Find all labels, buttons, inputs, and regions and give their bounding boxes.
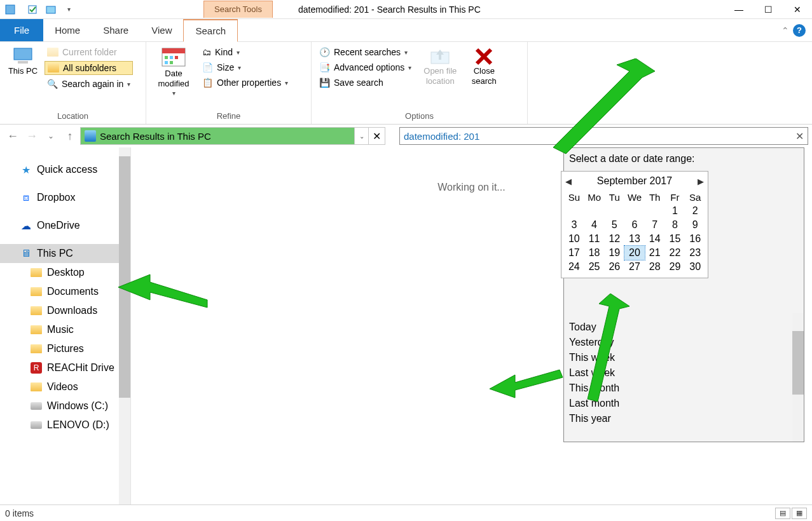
nav-this-pc[interactable]: 🖥This PC bbox=[0, 244, 130, 263]
recent-searches-button[interactable]: 🕐Recent searches▾ bbox=[317, 46, 414, 58]
minimize-button[interactable]: — bbox=[724, 0, 754, 19]
date-range-option[interactable]: This week bbox=[568, 350, 791, 365]
all-subfolders-button[interactable]: All subfolders bbox=[45, 61, 133, 75]
calendar-day[interactable]: 27 bbox=[624, 260, 645, 274]
date-range-option[interactable]: This month bbox=[568, 381, 791, 396]
size-button[interactable]: 📄Size▾ bbox=[200, 61, 291, 74]
view-icons-button[interactable]: ▦ bbox=[792, 508, 807, 519]
folder-icon bbox=[47, 48, 58, 57]
advanced-icon: 📑 bbox=[319, 62, 330, 72]
calendar-day[interactable]: 21 bbox=[645, 246, 665, 260]
this-pc-button[interactable]: This PC bbox=[5, 44, 41, 76]
calendar-day[interactable]: 24 bbox=[564, 260, 584, 274]
calendar-day[interactable]: 12 bbox=[604, 232, 624, 246]
nav-onedrive[interactable]: ☁OneDrive bbox=[0, 216, 130, 235]
address-refresh-button[interactable]: ✕ bbox=[368, 128, 385, 144]
calendar-day[interactable]: 6 bbox=[624, 218, 645, 232]
date-range-option[interactable]: This year bbox=[568, 411, 791, 426]
nav-windows-c[interactable]: Windows (C:) bbox=[0, 396, 130, 416]
calendar-day[interactable]: 28 bbox=[645, 260, 665, 274]
view-details-button[interactable]: ▤ bbox=[775, 508, 790, 519]
close-button[interactable]: ✕ bbox=[783, 0, 812, 19]
calendar-day[interactable]: 20 bbox=[624, 246, 645, 260]
help-icon[interactable]: ? bbox=[793, 24, 806, 37]
forward-button[interactable]: → bbox=[23, 127, 41, 145]
address-bar[interactable]: Search Results in This PC ⌄ ✕ bbox=[80, 127, 385, 145]
calendar-day[interactable]: 19 bbox=[604, 246, 624, 260]
calendar-day[interactable]: 30 bbox=[685, 260, 705, 274]
nav-pictures[interactable]: Pictures bbox=[0, 339, 130, 358]
search-clear-button[interactable]: ✕ bbox=[795, 130, 804, 142]
nav-reachit[interactable]: RREACHit Drive bbox=[0, 358, 130, 377]
date-filter-panel: Select a date or date range: ◀ September… bbox=[563, 147, 804, 442]
calendar-day[interactable]: 13 bbox=[624, 232, 645, 246]
date-range-option[interactable]: Last month bbox=[568, 396, 791, 411]
calendar-day[interactable]: 7 bbox=[645, 218, 665, 232]
qat-newfolder-icon[interactable] bbox=[43, 2, 58, 17]
calendar-day[interactable]: 9 bbox=[685, 218, 705, 232]
maximize-button[interactable]: ☐ bbox=[754, 0, 783, 19]
navpane-scrollbar-thumb[interactable] bbox=[119, 156, 130, 398]
folder-icon bbox=[48, 64, 59, 72]
calendar-day[interactable]: 25 bbox=[584, 260, 605, 274]
close-search-button[interactable]: Close search bbox=[466, 44, 502, 87]
calendar-day[interactable]: 8 bbox=[665, 218, 685, 232]
calendar-next-button[interactable]: ▶ bbox=[698, 177, 704, 186]
address-dropdown-button[interactable]: ⌄ bbox=[354, 128, 368, 144]
calendar-day[interactable]: 3 bbox=[564, 218, 584, 232]
nav-downloads[interactable]: Downloads bbox=[0, 301, 130, 320]
svg-rect-9 bbox=[175, 56, 178, 59]
calendar-month-label[interactable]: September 2017 bbox=[597, 175, 672, 187]
ribbon-tabs: File Home Share View Search ⌃ ? bbox=[0, 19, 812, 42]
ribbon-collapse-icon[interactable]: ⌃ bbox=[781, 25, 789, 36]
tab-file[interactable]: File bbox=[0, 19, 43, 41]
calendar-day[interactable]: 17 bbox=[564, 246, 584, 260]
calendar-day[interactable]: 29 bbox=[665, 260, 685, 274]
nav-videos[interactable]: Videos bbox=[0, 377, 130, 396]
calendar-day[interactable]: 26 bbox=[604, 260, 624, 274]
back-button[interactable]: ← bbox=[4, 127, 22, 145]
kind-button[interactable]: 🗂Kind▾ bbox=[200, 46, 291, 58]
search-again-button[interactable]: 🔍Search again in▾ bbox=[45, 78, 133, 90]
calendar-day[interactable]: 10 bbox=[564, 232, 584, 246]
nav-dropbox[interactable]: ⧈Dropbox bbox=[0, 188, 130, 207]
calendar-day[interactable]: 11 bbox=[584, 232, 605, 246]
date-range-option[interactable]: Today bbox=[568, 320, 791, 335]
annotation-arrow bbox=[118, 268, 220, 319]
calendar-day[interactable]: 23 bbox=[685, 246, 705, 260]
date-range-option[interactable]: Last week bbox=[568, 365, 791, 381]
tab-home[interactable]: Home bbox=[43, 19, 92, 41]
calendar-day[interactable]: 2 bbox=[685, 204, 705, 218]
app-icon bbox=[3, 2, 18, 17]
nav-music[interactable]: Music bbox=[0, 320, 130, 339]
calendar-day[interactable]: 18 bbox=[584, 246, 605, 260]
other-properties-button[interactable]: 📋Other properties▾ bbox=[200, 76, 291, 89]
tab-search[interactable]: Search bbox=[183, 19, 238, 42]
date-range-option[interactable]: Yesterday bbox=[568, 335, 791, 350]
calendar-day[interactable]: 5 bbox=[604, 218, 624, 232]
calendar-day[interactable]: 22 bbox=[665, 246, 685, 260]
drive-icon bbox=[31, 421, 42, 429]
nav-quick-access[interactable]: ★Quick access bbox=[0, 160, 130, 179]
calendar-day[interactable]: 4 bbox=[584, 218, 605, 232]
tab-view[interactable]: View bbox=[140, 19, 183, 41]
qat-properties-icon[interactable] bbox=[25, 2, 41, 17]
up-button[interactable]: ↑ bbox=[61, 127, 79, 145]
nav-lenovo-d[interactable]: LENOVO (D:) bbox=[0, 416, 130, 435]
recent-locations-button[interactable]: ⌄ bbox=[42, 127, 60, 145]
nav-desktop[interactable]: Desktop bbox=[0, 263, 130, 282]
calendar-day[interactable]: 16 bbox=[685, 232, 705, 246]
save-search-button[interactable]: 💾Save search bbox=[317, 76, 414, 89]
nav-documents[interactable]: Documents bbox=[0, 282, 130, 301]
svg-rect-10 bbox=[165, 61, 168, 64]
calendar-day[interactable]: 14 bbox=[645, 232, 665, 246]
tab-share[interactable]: Share bbox=[92, 19, 140, 41]
advanced-options-button[interactable]: 📑Advanced options▾ bbox=[317, 61, 414, 74]
calendar-day[interactable]: 1 bbox=[665, 204, 685, 218]
date-modified-button[interactable]: Date modified▾ bbox=[151, 44, 196, 97]
datepanel-scrollbar-thumb[interactable] bbox=[792, 331, 804, 395]
calendar-day[interactable]: 15 bbox=[665, 232, 685, 246]
qat-dropdown-icon[interactable]: ▾ bbox=[61, 2, 76, 17]
calendar-prev-button[interactable]: ◀ bbox=[565, 177, 572, 186]
search-box[interactable]: datemodified: 201 ✕ bbox=[399, 127, 808, 145]
